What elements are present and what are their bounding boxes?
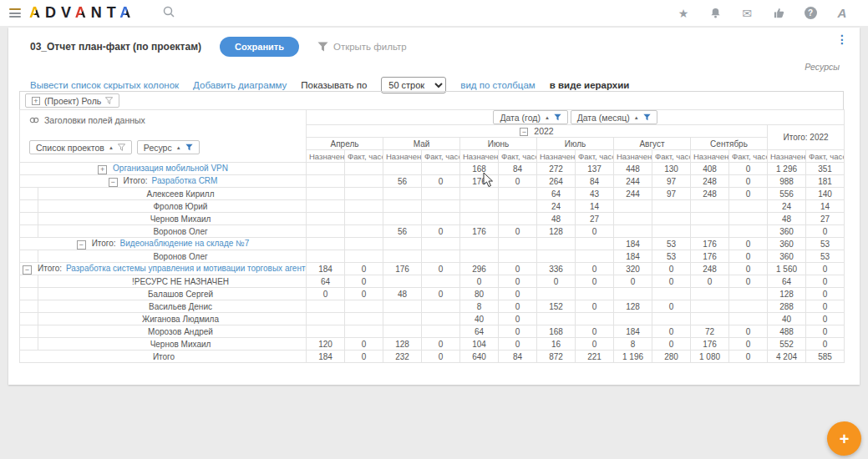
data-cell: 104 (460, 338, 499, 351)
project-list-field-chip[interactable]: Список проектов▲ (29, 140, 132, 154)
data-cell (307, 225, 345, 238)
project-link[interactable]: Разработка CRM (152, 176, 218, 185)
star-icon[interactable]: ★ (676, 6, 691, 21)
advanta-assistant-icon[interactable]: A (835, 6, 850, 21)
data-cell: 140 (806, 188, 845, 200)
data-cell: 53 (806, 250, 845, 263)
table-row: −Итого:Разработка системы управления и м… (20, 263, 845, 275)
data-cell: 1 296 (768, 163, 806, 175)
expand-toggle[interactable]: + (98, 165, 107, 174)
data-cell: 84 (499, 163, 537, 175)
data-cell (422, 275, 460, 288)
data-cell: 0 (729, 250, 768, 263)
collapse-icon[interactable]: − (520, 128, 528, 136)
data-cell: 336 (537, 263, 576, 275)
resource-name: Воронов Олег (153, 252, 207, 261)
data-cell: 0 (422, 175, 460, 188)
resource-name: Васильев Денис (149, 302, 212, 311)
add-fab-button[interactable]: + (827, 421, 861, 456)
expand-toggle[interactable]: − (23, 265, 32, 275)
data-cell: 0 (345, 263, 383, 275)
data-cell: 0 (499, 225, 537, 238)
data-cell: 360 (768, 225, 806, 238)
data-cell: 56 (383, 225, 422, 238)
data-cell: 128 (537, 225, 576, 238)
app-logo[interactable]: ADVANTA (29, 4, 135, 22)
expand-icon[interactable]: + (32, 97, 40, 105)
data-cell (691, 313, 729, 325)
data-cell: 40 (768, 313, 806, 325)
data-cell: 272 (537, 163, 576, 175)
bell-icon[interactable] (708, 6, 723, 21)
data-cell: 0 (652, 263, 691, 275)
data-cell: 360 (768, 250, 806, 263)
data-cell: 0 (422, 351, 460, 363)
date-month-field-chip[interactable]: Дата (месяц)▲ (571, 110, 657, 124)
data-cell (652, 200, 691, 213)
data-cell (691, 225, 729, 238)
data-cell (307, 313, 345, 325)
expand-toggle[interactable]: − (109, 178, 118, 187)
thumbs-up-icon[interactable] (771, 6, 786, 21)
data-cell: 640 (460, 351, 499, 363)
resource-name: Алексеев Кирилл (147, 189, 215, 199)
sub-header: Назначено (614, 150, 652, 163)
resource-name: Фролов Юрий (154, 202, 208, 211)
data-cell: 43 (576, 188, 614, 200)
open-filter-button[interactable]: Открыть фильтр (317, 42, 407, 52)
year-group-header[interactable]: −2022 (307, 125, 768, 138)
data-cell (729, 225, 768, 238)
data-cell (307, 325, 345, 338)
data-cell: 0 (576, 275, 614, 288)
data-cell: 4 204 (768, 351, 806, 363)
total-prefix: Итого: (92, 239, 116, 248)
mail-icon[interactable]: ✉ (739, 6, 754, 21)
data-cell: 184 (307, 263, 345, 275)
data-cell: 244 (614, 175, 652, 188)
add-chart-link[interactable]: Добавить диаграмму (193, 80, 287, 90)
project-link[interactable]: Разработка системы управления и мотиваци… (66, 264, 307, 273)
resource-field-chip[interactable]: Ресурс▲ (137, 140, 200, 154)
project-role-field-chip[interactable]: + (Проект) Роль (25, 93, 119, 108)
data-cell: 0 (729, 325, 768, 338)
row-name-cell: Васильев Денис (20, 300, 307, 313)
data-cell: 24 (768, 200, 806, 213)
data-cell (729, 213, 768, 225)
search-icon[interactable] (162, 5, 175, 22)
month-header: Июль (537, 138, 614, 150)
row-name-cell: Морозов Андрей (20, 325, 307, 338)
data-cell: 0 (806, 288, 845, 300)
save-button[interactable]: Сохранить (220, 37, 299, 57)
help-icon[interactable]: ? (803, 6, 818, 21)
expand-toggle[interactable]: − (77, 240, 86, 250)
data-cell (422, 250, 460, 263)
data-cell: 137 (576, 163, 614, 175)
data-cell: 0 (537, 275, 576, 288)
data-cell: 27 (576, 213, 614, 225)
view-hierarchy-label[interactable]: в виде иерархии (550, 80, 630, 90)
data-cell: 27 (806, 213, 845, 225)
data-cell: 184 (614, 238, 652, 250)
sub-header: Назначено (460, 150, 499, 163)
data-cell (383, 275, 422, 288)
data-cell: 0 (729, 238, 768, 250)
data-cell: 152 (537, 300, 576, 313)
show-hidden-columns-link[interactable]: Вывести список скрытых колонок (30, 80, 179, 90)
data-cell: 120 (307, 338, 345, 351)
project-link[interactable]: Организация мобильной VPN (113, 164, 228, 173)
project-link[interactable]: Видеонаблюдение на складе №7 (120, 239, 250, 248)
data-cell (422, 188, 460, 200)
pivot-grid: Заголовки полей данных Список проектов▲ … (19, 109, 844, 363)
hamburger-menu-icon[interactable] (9, 8, 21, 18)
view-by-columns-link[interactable]: вид по столбцам (460, 80, 535, 90)
data-cell (345, 225, 383, 238)
data-cell (652, 313, 691, 325)
data-cell: 0 (499, 325, 537, 338)
date-year-field-chip[interactable]: Дата (год)▲ (493, 110, 567, 124)
data-cell: 84 (499, 351, 537, 363)
more-options-icon[interactable]: ⋮ (836, 38, 845, 42)
data-cell (345, 238, 383, 250)
sub-header: Назначено (691, 150, 729, 163)
data-cell (307, 238, 345, 250)
row-name-cell: +Организация мобильной VPN (20, 163, 307, 175)
